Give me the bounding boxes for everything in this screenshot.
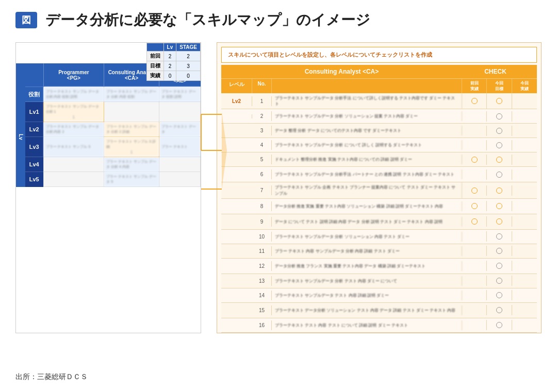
table-row: 2 ブラーテキスト サンプルデータ 分析 ソリューション 提案 テスト内容 ダミ… bbox=[221, 109, 537, 124]
row-no: 4 bbox=[252, 140, 272, 150]
check-target bbox=[487, 231, 512, 242]
table-row: 7 ブラーテキスト サンプル 企画 テキスト プランナー 提案内容 について テ… bbox=[221, 182, 537, 198]
intro-text: スキルについて項目とレベルを設定し、各レベルについてチェックリストを作成 bbox=[228, 52, 432, 58]
check-target bbox=[487, 185, 512, 196]
circle-mark bbox=[471, 157, 478, 163]
main-content: Lv STAGE 前回 2 2 目標 2 3 bbox=[15, 42, 542, 333]
check-actual bbox=[512, 155, 537, 165]
row-content: ブラーテキスト サンプルデータ テスト 内容 詳細 説明 ダミー bbox=[272, 291, 462, 300]
check-prev bbox=[462, 185, 487, 196]
row-no: 9 bbox=[252, 217, 272, 227]
check-target bbox=[487, 276, 512, 286]
row-check bbox=[462, 320, 537, 330]
check-actual bbox=[512, 111, 537, 122]
check-target bbox=[487, 246, 512, 256]
skill-cell-lv4-pg bbox=[43, 157, 104, 172]
row-content: ブラーテキスト データ分析 ソリューション テスト 内容 データ 詳細 テスト … bbox=[272, 305, 462, 315]
check-prev-header: 前回実績 bbox=[462, 79, 487, 93]
check-actual bbox=[512, 185, 537, 196]
circle-mark bbox=[496, 142, 502, 148]
table-row: 14 ブラーテキスト サンプルデータ テスト 内容 詳細 説明 ダミー bbox=[221, 288, 537, 303]
table-row: 12 データ分析 推進 フランス 実施 重要 テスト内容 データ 構築 詳細 ダ… bbox=[221, 259, 537, 274]
skill-cell-lv4-ca: ブラー テキスト サンプル データ 分析 4 内容 bbox=[104, 157, 159, 172]
arrow-connector bbox=[196, 109, 227, 212]
skill-cell-lv5-ca: ブラー テキスト サンプル データ 5 bbox=[104, 172, 159, 187]
check-target bbox=[487, 169, 512, 180]
skill-cell-lv1-pg: ブラー テキスト サンプル データ 分析 11 bbox=[43, 102, 104, 122]
row-content: データ について テスト 説明 詳細 内容 データ 分析 説明 テスト ダミー … bbox=[272, 217, 462, 227]
stats-header-stage: STAGE bbox=[176, 43, 201, 52]
row-check bbox=[462, 140, 537, 150]
check-target bbox=[487, 201, 512, 211]
table-row: 16 ブラーテキスト テスト 内容 テスト について 詳細 説明 ダミー テキス… bbox=[221, 318, 537, 333]
circle-mark bbox=[496, 188, 502, 194]
skill-cell-lv3-ae: ブラー テキスト bbox=[159, 137, 200, 157]
lv-vertical-label: Lv bbox=[16, 87, 25, 187]
row-content: データ分析 推進 実施 重要 テスト内容 ソリューション 構築 詳細 説明 ダミ… bbox=[272, 201, 462, 211]
skill-map-role-header bbox=[25, 63, 43, 87]
lv5-label: Lv5 bbox=[25, 172, 43, 187]
check-prev bbox=[462, 201, 487, 211]
circle-mark bbox=[496, 278, 502, 284]
row-no: 11 bbox=[252, 246, 272, 256]
check-prev bbox=[462, 246, 487, 256]
skill-cell-lv2-ca: ブラー テキスト サンプル データ 分析 2 詳細 bbox=[104, 122, 159, 137]
row-no: 6 bbox=[252, 169, 272, 179]
checklist-check-label: CHECK bbox=[458, 68, 533, 75]
skill-cell: ブラー テキスト サンプル データ 分析 内容 役割 説明 bbox=[43, 87, 104, 102]
skill-cell: ブラー テキスト データ 役割 説明 bbox=[159, 87, 200, 102]
check-actual bbox=[512, 201, 537, 211]
row-content: ドキュメント 整理分析 推進 実施 テスト内容 についての 詳細 説明 ダミー bbox=[272, 155, 462, 164]
table-row: Lv2 1 ブラーテキスト サンプルデータ 分析手法 について詳しく説明する テ… bbox=[221, 93, 537, 109]
check-prev bbox=[462, 93, 487, 109]
circle-mark bbox=[496, 172, 502, 178]
check-prev bbox=[462, 216, 487, 227]
stats-actual-lv: 0 bbox=[163, 71, 176, 81]
check-target bbox=[487, 93, 512, 109]
lv2-label: Lv2 bbox=[25, 122, 43, 137]
check-actual bbox=[512, 320, 537, 330]
check-prev bbox=[462, 261, 487, 271]
check-prev bbox=[462, 169, 487, 180]
table-row: Lv3 ブラー テキスト サンプル 3 ブラー テキスト サンプル 3 詳細1 … bbox=[16, 137, 201, 157]
circle-mark bbox=[496, 128, 502, 134]
stats-prev-stage: 2 bbox=[176, 52, 201, 61]
page-container: 図 データ分析に必要な「スキルマップ」のイメージ Lv STAGE 前回 2 bbox=[0, 0, 557, 392]
check-target bbox=[487, 290, 512, 300]
check-actual bbox=[512, 261, 537, 271]
check-target bbox=[487, 126, 512, 136]
row-no: 5 bbox=[252, 155, 272, 164]
check-actual-header: 今回実績 bbox=[512, 79, 537, 93]
skill-map-panel: Lv STAGE 前回 2 2 目標 2 3 bbox=[15, 42, 201, 333]
header-badge: 図 bbox=[15, 12, 37, 28]
row-check bbox=[462, 216, 537, 227]
row-content: ブラーテキスト サンプルデータ 分析手法 パートナー との 連携 説明 テスト内… bbox=[272, 169, 462, 179]
row-no: 16 bbox=[252, 320, 272, 330]
check-prev bbox=[462, 126, 487, 136]
skill-cell-lv1-ae bbox=[159, 102, 200, 122]
check-prev bbox=[462, 231, 487, 242]
table-row: 6 ブラーテキスト サンプルデータ 分析手法 パートナー との 連携 説明 テス… bbox=[221, 167, 537, 182]
row-no: 2 bbox=[252, 111, 272, 121]
source-label: 出所：三菱総研ＤＣＳ bbox=[15, 372, 88, 382]
stats-actual-label: 実績 bbox=[146, 71, 163, 81]
skill-cell-lv3-ca: ブラー テキスト サンプル 3 詳細1 bbox=[104, 137, 159, 157]
skill-map-table: Programmer<PG> Consulting Analyst<CA> An… bbox=[16, 63, 201, 187]
subheader-check-cols: 前回実績 今回目標 今回実績 bbox=[462, 79, 537, 93]
skill-cell-lv5-ae bbox=[159, 172, 200, 187]
table-row: 9 データ について テスト 説明 詳細 内容 データ 分析 説明 テスト ダミ… bbox=[221, 214, 537, 230]
row-no: 7 bbox=[252, 185, 272, 195]
stats-target-stage: 3 bbox=[176, 61, 201, 71]
circle-mark bbox=[496, 322, 502, 328]
checklist-intro: スキルについて項目とレベルを設定し、各レベルについてチェックリストを作成 bbox=[221, 47, 537, 63]
check-target bbox=[487, 140, 512, 150]
stats-header-lv: Lv bbox=[163, 43, 176, 52]
stats-target-lv: 2 bbox=[163, 61, 176, 71]
stats-actual-stage: 0 bbox=[176, 71, 201, 81]
subheader-no: No. bbox=[252, 79, 272, 93]
row-check bbox=[462, 290, 537, 300]
checklist-rows: Lv2 1 ブラーテキスト サンプルデータ 分析手法 について詳しく説明する テ… bbox=[221, 93, 537, 333]
row-no: 13 bbox=[252, 276, 272, 286]
subheader-content bbox=[272, 79, 462, 93]
row-check bbox=[462, 169, 537, 180]
